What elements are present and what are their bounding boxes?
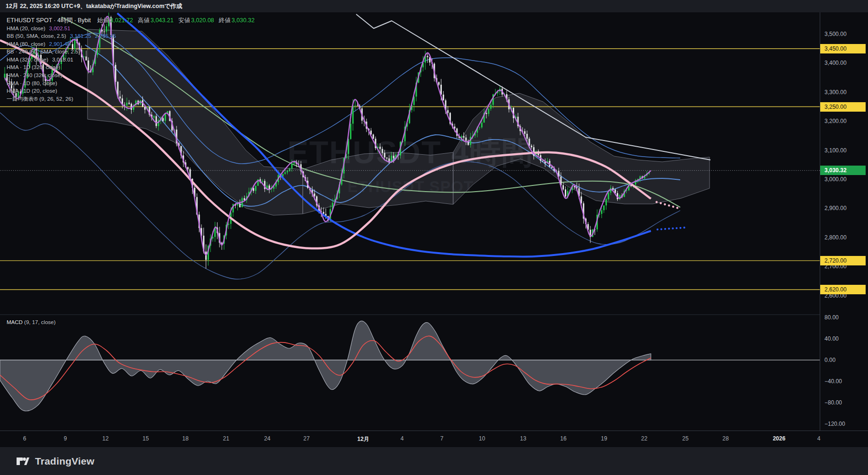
macd-tick-label: −120.00 [824,421,845,427]
time-tick-label: 4 [401,435,404,442]
price-tick-label: 2,800.00 [824,234,847,241]
legend-row-value: 2,765.45 [95,33,116,39]
time-tick-label: 7 [440,435,444,442]
legend-row-label: HMA · 1D (20, close) [7,88,57,94]
time-tick-label: 12月 [357,435,369,443]
price-tick-label: 3,200.00 [824,118,847,124]
time-tick-label: 4 [817,435,821,442]
ohlc-value: 3,021.72 [110,17,133,24]
bottom-toolbar: TradingView [0,447,868,475]
chart-canvas[interactable]: ETHUSDT 4時間 ETHUSDT SPOT ETHUSDT SPOT · … [0,12,820,431]
time-tick-label: 27 [303,435,309,442]
price-tick-label: 3,100.00 [824,147,847,154]
legend-row-value: 3,018.01 [52,57,73,62]
price-macd-chart[interactable] [0,12,820,431]
legend-row-value: 3,181.25 [70,33,91,39]
legend-row-label: HMA · 240 (320, close) [7,72,62,78]
legend-row-value: 2,901.45 [49,41,70,47]
ichimoku-cloud [88,29,303,215]
price-axis[interactable]: 3,500.003,400.003,300.003,200.003,100.00… [820,12,868,431]
time-tick-label: 15 [142,435,149,442]
ohlc-label: 終値 [219,17,231,24]
legend-row-label: BB · 240 (50, SMA, close, 2.5) [7,49,80,54]
macd-tick-label: −80.00 [824,399,842,406]
time-tick-label: 12 [102,435,108,442]
legend-row-label: HMA · 1D (320, close) [7,64,60,70]
legend-row[interactable]: HMA · 240 (320, close) [7,72,62,78]
legend-row[interactable]: HMA (320, close)3,018.01 [7,57,73,62]
tradingview-logo[interactable] [16,455,29,467]
price-level-badge: 2,720.00 [820,256,866,265]
time-tick-label: 16 [560,435,566,442]
time-tick-label: 28 [722,435,728,442]
price-tick-label: 2,900.00 [824,205,847,211]
legend-main-row[interactable]: ETHUSDT SPOT · 4時間 · Bybit 始値3,021.72高値3… [7,17,254,25]
legend-row-label: 一目均衡表® (9, 26, 52, 26) [7,96,73,102]
legend-symbol: ETHUSDT SPOT [7,17,52,24]
legend-row-value: 3,002.51 [49,26,70,31]
price-tick-label: 3,300.00 [824,89,847,96]
ohlc-value: 3,043.21 [150,17,174,24]
creation-attribution-text: 12月 22, 2025 16:20 UTC+9、takatabaがTradin… [6,3,182,9]
legend-row[interactable]: HMA · 1D (80, close) [7,80,57,86]
hma1d-blue-projection [658,228,685,229]
time-tick-label: 9 [64,435,67,442]
time-tick-label: 19 [601,435,607,442]
time-tick-label: 25 [682,435,688,442]
legend-row-label: BB (50, SMA, close, 2.5) [7,33,66,39]
ohlc-value: 3,030.32 [232,17,255,24]
price-tick-label: 3,500.00 [824,31,847,37]
legend-row[interactable]: BB (50, SMA, close, 2.5)3,181.252,765.45 [7,33,116,39]
time-tick-label: 2026 [773,435,786,442]
time-tick-label: 21 [223,435,229,442]
price-level-badge: 3,250.00 [820,102,866,112]
legend-row-label: HMA (80, close) [7,41,45,47]
legend-row-label: HMA · 1D (80, close) [7,80,57,86]
time-tick-label: 18 [182,435,188,442]
legend-row[interactable]: 一目均衡表® (9, 26, 52, 26) [7,96,73,103]
price-tick-label: 3,400.00 [824,60,847,66]
time-tick-label: 10 [479,435,485,442]
macd-tick-label: −40.00 [824,378,842,385]
macd-tick-label: 80.00 [824,314,839,321]
price-tick-label: 3,000.00 [824,176,847,183]
time-tick-label: 13 [520,435,526,442]
last-price-badge: 3,030.32 [820,166,866,175]
legend-row-label: HMA (20, close) [7,26,45,31]
legend-row-label: HMA (320, close) [7,57,48,62]
macd-params: (9, 17, close) [24,319,55,325]
legend-row[interactable]: HMA (80, close)2,901.45 [7,41,70,47]
macd-area [0,321,651,411]
ohlc-value: 3,020.08 [191,17,214,24]
time-tick-label: 22 [641,435,647,442]
ohlc-label: 安値 [178,17,190,24]
legend-row[interactable]: BB · 240 (50, SMA, close, 2.5) [7,49,80,54]
tradingview-chart-window: 12月 22, 2025 16:20 UTC+9、takatabaがTradin… [0,0,868,475]
ichimoku-cloud [303,152,453,214]
macd-tick-label: 0.00 [824,357,835,363]
legend-row[interactable]: HMA · 1D (20, close) [7,88,57,94]
ohlc-label: 高値 [138,17,149,24]
time-tick-label: 6 [23,435,26,442]
time-axis[interactable]: 6912151821242712月471013161922252820264 [0,431,868,448]
legend-meta: · 4時間 · Bybit [52,17,92,24]
price-level-badge: 2,620.00 [820,285,866,294]
chart-header-bar: 12月 22, 2025 16:20 UTC+9、takatabaがTradin… [0,0,868,12]
macd-name: MACD [7,319,24,325]
brand-wordmark[interactable]: TradingView [35,456,95,467]
ohlc-label: 始値 [97,17,109,24]
macd-legend-row[interactable]: MACD (9, 17, close) [7,319,56,325]
price-level-badge: 3,450.00 [820,44,866,53]
macd-tick-label: 40.00 [824,335,839,342]
legend-row[interactable]: HMA · 1D (320, close) [7,64,60,70]
legend-row[interactable]: HMA (20, close)3,002.51 [7,26,70,31]
ichimoku-cloud [453,93,710,204]
time-tick-label: 24 [264,435,270,442]
